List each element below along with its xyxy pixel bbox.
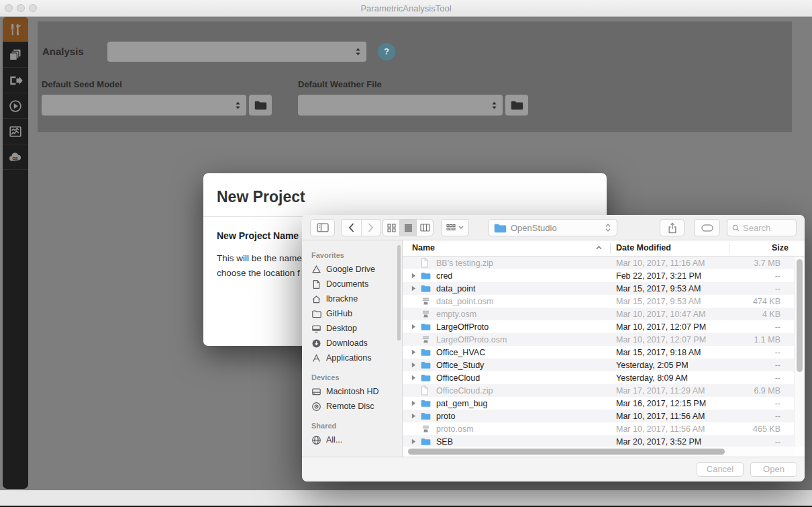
folder-icon — [511, 100, 523, 110]
analysis-select[interactable] — [107, 42, 366, 62]
folder-icon — [421, 284, 432, 293]
tab-cloud[interactable]: OS — [3, 144, 28, 170]
svg-text:OS: OS — [13, 156, 18, 160]
file-size: -- — [729, 437, 794, 447]
seed-model-select[interactable] — [42, 95, 246, 116]
weather-browse-button[interactable] — [505, 95, 528, 116]
osm-file-icon — [421, 310, 432, 318]
help-button[interactable]: ? — [378, 43, 395, 60]
table-row[interactable]: LargeOffProto Mar 10, 2017, 12:07 PM -- — [403, 320, 805, 333]
column-header-name[interactable]: Name — [412, 243, 435, 252]
table-row[interactable]: data_point Mar 15, 2017, 9:53 AM -- — [403, 282, 805, 295]
tag-button[interactable] — [694, 219, 720, 236]
folder-icon — [421, 399, 432, 408]
file-size: -- — [729, 322, 794, 332]
open-button[interactable]: Open — [750, 462, 797, 477]
sidebar-item-all[interactable]: All... — [311, 432, 402, 447]
folder-icon — [494, 223, 507, 233]
select-arrows-icon — [235, 101, 241, 109]
tab-results[interactable] — [3, 119, 28, 144]
share-icon — [668, 222, 677, 234]
popup-chevrons-icon — [605, 222, 611, 233]
disclosure-triangle-icon[interactable] — [411, 375, 421, 381]
sidebar-toggle-button[interactable] — [310, 219, 335, 236]
horizontal-scrollbar-thumb[interactable] — [408, 449, 725, 455]
table-row[interactable]: pat_gem_bug Mar 16, 2017, 12:15 PM -- — [403, 397, 805, 410]
tab-run[interactable] — [3, 93, 28, 119]
list-view-button[interactable] — [399, 220, 416, 236]
sidebar-item-downloads[interactable]: Downloads — [311, 336, 402, 351]
file-name: LargeOffProto — [436, 322, 489, 332]
disclosure-triangle-icon[interactable] — [411, 273, 421, 279]
column-divider[interactable] — [729, 242, 729, 254]
tab-analysis[interactable] — [3, 17, 28, 42]
sidebar-item-macintosh-hd[interactable]: Macintosh HD — [311, 384, 402, 399]
file-name: Office_Study — [436, 361, 484, 370]
finder-toolbar: OpenStudio — [302, 215, 805, 240]
zip-file-icon — [421, 258, 432, 268]
file-name: empty.osm — [436, 310, 476, 319]
document-icon — [311, 279, 321, 289]
osm-file-icon — [421, 297, 432, 306]
disclosure-triangle-icon[interactable] — [411, 413, 421, 419]
file-date: Yesterday, 8:09 AM — [610, 373, 729, 383]
vertical-scrollbar[interactable] — [794, 257, 805, 447]
sidebar-item-documents[interactable]: Documents — [311, 277, 402, 291]
grid-view-icon — [387, 224, 396, 232]
forward-button[interactable] — [362, 220, 381, 236]
hard-drive-icon — [311, 387, 321, 397]
sidebar-item-github[interactable]: GitHub — [311, 306, 402, 321]
file-name: OfficeCloud.zip — [436, 386, 493, 396]
disclosure-triangle-icon[interactable] — [411, 400, 421, 406]
sidebar-scrollbar-thumb[interactable] — [397, 245, 401, 340]
table-row: BB's testing.zip Mar 10, 2017, 11:16 AM … — [403, 257, 805, 269]
column-header-date[interactable]: Date Modified — [616, 243, 671, 252]
tab-outputs[interactable] — [3, 68, 28, 93]
sidebar-item-desktop[interactable]: Desktop — [311, 321, 402, 336]
table-row[interactable]: Office_HVAC Mar 15, 2017, 9:18 AM -- — [403, 346, 805, 359]
disclosure-triangle-icon[interactable] — [411, 285, 421, 291]
file-date: Mar 17, 2017, 11:29 AM — [610, 386, 729, 396]
weather-file-select[interactable] — [298, 95, 503, 116]
list-header: Name Date Modified Size — [403, 240, 805, 257]
sidebar-item-remote-disc[interactable]: Remote Disc — [311, 399, 402, 414]
chevron-down-icon — [458, 226, 464, 230]
file-size: -- — [729, 271, 794, 281]
sidebar-item-google-drive[interactable]: Google Drive — [311, 262, 402, 277]
seed-browse-button[interactable] — [249, 95, 272, 116]
list-view-icon — [404, 224, 413, 232]
downloads-icon — [311, 338, 321, 349]
table-row[interactable]: cred Feb 22, 2017, 3:21 PM -- — [403, 269, 805, 282]
icon-view-button[interactable] — [383, 220, 399, 236]
disclosure-triangle-icon[interactable] — [411, 362, 421, 368]
vertical-scrollbar-thumb[interactable] — [797, 259, 803, 372]
table-row[interactable]: SEB Mar 20, 2017, 3:52 PM -- — [403, 435, 805, 447]
search-field[interactable] — [727, 219, 797, 236]
chart-icon — [8, 124, 23, 139]
column-view-button[interactable] — [416, 220, 433, 236]
tab-design-alternatives[interactable] — [3, 42, 28, 68]
disclosure-triangle-icon[interactable] — [411, 349, 421, 355]
table-row[interactable]: Office_Study Yesterday, 2:05 PM -- — [403, 359, 805, 371]
file-size: -- — [729, 373, 794, 383]
search-input[interactable] — [743, 223, 791, 233]
file-date: Mar 10, 2017, 10:47 AM — [610, 310, 729, 319]
column-header-size[interactable]: Size — [772, 243, 789, 252]
column-divider[interactable] — [610, 242, 611, 254]
share-button[interactable] — [660, 219, 684, 236]
dialog-footer: Cancel Open — [302, 457, 805, 481]
folder-icon — [311, 309, 321, 319]
horizontal-scrollbar[interactable] — [403, 447, 794, 457]
table-row[interactable]: proto Mar 10, 2017, 11:56 AM -- — [403, 410, 805, 422]
cancel-button[interactable]: Cancel — [697, 462, 744, 477]
table-row[interactable]: OfficeCloud Yesterday, 8:09 AM -- — [403, 371, 805, 384]
location-popup[interactable]: OpenStudio — [488, 219, 617, 236]
sidebar-item-applications[interactable]: Applications — [311, 351, 402, 365]
disclosure-triangle-icon[interactable] — [411, 439, 421, 445]
disclosure-triangle-icon[interactable] — [411, 324, 421, 330]
tools-icon — [8, 22, 23, 37]
arrange-button[interactable] — [441, 219, 469, 236]
sidebar-item-home[interactable]: lbrackne — [311, 291, 402, 306]
back-button[interactable] — [342, 220, 362, 236]
file-date: Mar 10, 2017, 11:56 AM — [610, 424, 729, 434]
